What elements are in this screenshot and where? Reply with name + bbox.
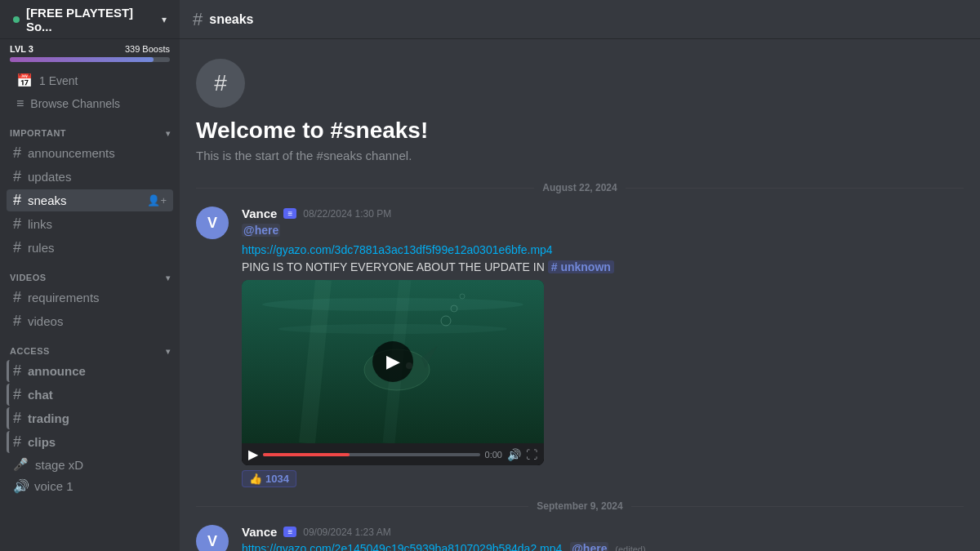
chevron-down-icon: ▾ <box>162 14 167 25</box>
edited-tag-2: (edited) <box>615 544 645 551</box>
channel-intro-desc: This is the start of the #sneaks channel… <box>196 149 964 162</box>
sidebar-item-announcements[interactable]: # announcements <box>7 142 173 164</box>
hash-icon: # <box>13 144 21 162</box>
message-text-1: @here <box>242 222 964 239</box>
sidebar-item-stage-xd[interactable]: 🎤 stage xD <box>7 455 173 474</box>
list-icon: ≡ <box>16 96 24 111</box>
message-timestamp-1: 08/22/2024 1:30 PM <box>303 208 391 220</box>
channel-name-clips: clips <box>28 435 56 449</box>
play-icon[interactable]: ▶ <box>248 447 258 462</box>
video-icons-1: 🔊 ⛶ <box>507 448 537 461</box>
stage-icon: 🎤 <box>13 457 29 472</box>
sidebar-item-links[interactable]: # links <box>7 213 173 235</box>
collapse-icon[interactable]: ▾ <box>166 129 171 138</box>
sidebar-item-voice-1[interactable]: 🔊 voice 1 <box>7 476 173 496</box>
video-time-1: 0:00 <box>485 450 502 460</box>
section-access-label: ACCESS <box>10 346 50 356</box>
ping-text-1: PING IS TO NOTIFY EVERYONE ABOUT THE UPD… <box>242 260 964 273</box>
channel-name-announce: announce <box>28 364 86 378</box>
channel-intro-title: Welcome to #sneaks! <box>196 118 964 144</box>
channel-name-videos: videos <box>28 314 63 328</box>
collapse-icon[interactable]: ▾ <box>166 347 171 356</box>
date-text-aug22: August 22, 2024 <box>542 182 617 193</box>
sidebar-item-sneaks[interactable]: # sneaks 👤+ <box>7 189 173 211</box>
section-videos-label: VIDEOS <box>10 273 47 282</box>
channel-name-requirements: requirements <box>28 291 100 304</box>
sidebar-item-updates[interactable]: # updates <box>7 166 173 188</box>
channel-name-updates: updates <box>28 170 71 184</box>
volume-icon[interactable]: 🔊 <box>507 448 521 461</box>
sidebar-item-chat[interactable]: # chat <box>7 384 173 406</box>
sidebar-item-videos[interactable]: # videos <box>7 310 173 332</box>
sidebar-item-event[interactable]: 📅 1 Event <box>7 69 173 91</box>
message-author-1: Vance <box>242 207 277 220</box>
message-content-1: Vance ≡ 08/22/2024 1:30 PM @here https:/… <box>242 207 964 487</box>
date-text-sep9: September 9, 2024 <box>537 500 622 512</box>
boost-bar-fill <box>10 57 154 62</box>
browse-channels-label: Browse Channels <box>30 97 120 110</box>
sidebar-item-announce[interactable]: # announce <box>7 360 173 382</box>
channel-name-chat: chat <box>28 388 53 402</box>
boost-bar-area: LVL 3 339 Boosts <box>0 39 180 69</box>
event-label: 1 Event <box>39 74 78 87</box>
channel-name-rules: rules <box>28 241 55 255</box>
sidebar-item-rules[interactable]: # rules <box>7 237 173 259</box>
boost-level-text: LVL 3 <box>10 44 33 54</box>
sidebar-item-clips[interactable]: # clips <box>7 431 173 453</box>
mention-here-2[interactable]: @here <box>570 542 608 551</box>
message-link-1[interactable]: https://gyazo.com/3dc7881a3ac13df5f99e12… <box>242 243 553 256</box>
bot-tag-1: ≡ <box>283 208 296 219</box>
section-videos: VIDEOS ▾ <box>0 260 180 286</box>
avatar-vance-2: V <box>196 525 229 551</box>
boost-level: LVL 3 339 Boosts <box>10 44 170 54</box>
play-button-1[interactable]: ▶ <box>372 341 413 382</box>
fullscreen-icon[interactable]: ⛶ <box>526 448 537 461</box>
section-important-label: IMPORTANT <box>10 128 66 138</box>
section-access: ACCESS ▾ <box>0 333 180 359</box>
message-text-2: https://gyazo.com/2e145049c19c5939ba8107… <box>242 540 964 551</box>
video-embed-1[interactable]: ▶ ▶ 0:00 🔊 ⛶ <box>242 280 544 465</box>
channel-name-trading: trading <box>28 411 69 425</box>
server-header[interactable]: [FREE PLAYTEST] So... ▾ <box>0 0 180 39</box>
channel-header-name: sneaks <box>209 12 253 27</box>
hash-icon: # <box>13 168 21 185</box>
video-thumb-1: ▶ <box>242 280 544 443</box>
boost-count-text: 339 Boosts <box>125 44 170 54</box>
message-group-2: V Vance ≡ 09/09/2024 1:23 AM https://gya… <box>180 518 980 551</box>
boost-bar-bg <box>10 57 170 62</box>
messages-area[interactable]: # Welcome to #sneaks! This is the start … <box>180 39 980 551</box>
reaction-count-1: 1034 <box>265 473 289 485</box>
hash-icon: # <box>13 239 21 256</box>
sidebar-item-trading[interactable]: # trading <box>7 407 173 429</box>
date-divider-sep9: September 9, 2024 <box>180 494 980 518</box>
hash-icon: # <box>13 289 21 306</box>
hash-icon: # <box>13 386 21 403</box>
hash-icon: # <box>13 192 21 209</box>
date-divider-aug22: August 22, 2024 <box>180 176 980 200</box>
main-content: # sneaks # Welcome to #sneaks! This is t… <box>180 0 980 551</box>
progress-fill-1 <box>263 453 350 456</box>
server-header-left: [FREE PLAYTEST] So... <box>13 6 162 33</box>
channel-intro: # Welcome to #sneaks! This is the start … <box>180 39 980 176</box>
hash-icon: # <box>13 410 21 427</box>
message-timestamp-2: 09/09/2024 1:23 AM <box>303 527 390 538</box>
channel-name-stage-xd: stage xD <box>35 458 83 472</box>
progress-bar-1[interactable] <box>263 453 480 456</box>
add-member-icon[interactable]: 👤+ <box>147 194 167 207</box>
sidebar-item-browse-channels[interactable]: ≡ Browse Channels <box>7 93 173 114</box>
mention-here-1[interactable]: @here <box>242 224 280 237</box>
section-important: IMPORTANT ▾ <box>0 115 180 141</box>
channel-mention-unknown[interactable]: # unknown <box>548 260 614 273</box>
avatar-vance-1: V <box>196 207 229 239</box>
sidebar-item-requirements[interactable]: # requirements <box>7 287 173 309</box>
hash-icon: # <box>13 313 21 330</box>
reaction-thumbsup-1[interactable]: 👍 1034 <box>242 470 296 487</box>
message-header-1: Vance ≡ 08/22/2024 1:30 PM <box>242 207 964 220</box>
channel-name-sneaks: sneaks <box>28 193 67 207</box>
collapse-icon[interactable]: ▾ <box>166 273 171 282</box>
message-link-2[interactable]: https://gyazo.com/2e145049c19c5939ba8107… <box>242 542 562 551</box>
message-author-2: Vance <box>242 525 277 539</box>
reaction-emoji-1: 👍 <box>249 473 262 485</box>
channel-name-announcements: announcements <box>28 146 115 160</box>
hash-icon: # <box>13 433 21 451</box>
